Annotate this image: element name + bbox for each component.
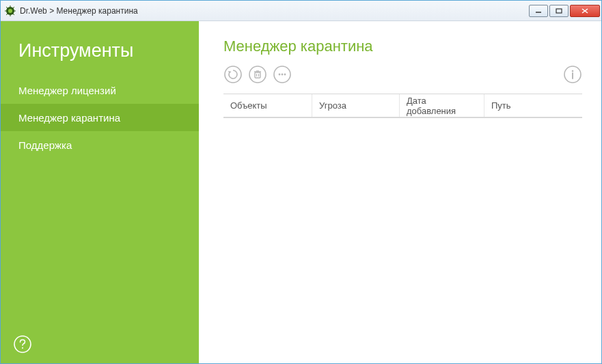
svg-line-7 <box>13 14 14 15</box>
svg-rect-19 <box>255 72 260 78</box>
col-header-label: Угроза <box>319 100 346 111</box>
col-header-objects[interactable]: Объекты <box>223 94 312 117</box>
sidebar-item-license-manager[interactable]: Менеджер лицензий <box>1 76 199 104</box>
maximize-button[interactable] <box>549 5 569 17</box>
svg-point-18 <box>249 66 266 83</box>
sidebar-item-quarantine-manager[interactable]: Менеджер карантина <box>1 104 199 131</box>
delete-button[interactable] <box>248 65 267 84</box>
col-header-threat[interactable]: Угроза <box>312 94 400 117</box>
minimize-button[interactable] <box>529 5 548 17</box>
table-header-row: Объекты Угроза Дата добавления Путь <box>223 94 582 117</box>
sidebar-item-label: Поддержка <box>18 139 72 151</box>
col-header-label: Путь <box>491 100 511 111</box>
sidebar-item-support[interactable]: Поддержка <box>1 131 199 158</box>
close-button[interactable] <box>570 5 600 17</box>
toolbar <box>223 65 582 94</box>
svg-point-27 <box>284 74 286 76</box>
app-body: Инструменты Менеджер лицензий Менеджер к… <box>1 21 601 363</box>
info-button[interactable] <box>563 65 582 84</box>
window-title: Dr.Web > Менеджер карантина <box>20 6 138 16</box>
sidebar-footer <box>1 325 199 363</box>
restore-button[interactable] <box>223 65 243 84</box>
svg-point-15 <box>22 347 23 348</box>
svg-line-9 <box>13 7 14 8</box>
app-window: Dr.Web > Менеджер карантина Инструменты … <box>0 0 602 364</box>
more-button[interactable] <box>273 65 292 84</box>
sidebar-item-label: Менеджер карантина <box>18 112 120 124</box>
main-panel: Менеджер карантина <box>199 21 601 363</box>
sidebar-title: Инструменты <box>1 36 199 76</box>
svg-point-1 <box>8 9 12 13</box>
titlebar: Dr.Web > Менеджер карантина <box>1 1 601 21</box>
svg-point-29 <box>572 70 574 72</box>
col-header-label: Дата добавления <box>407 96 477 116</box>
col-header-path[interactable]: Путь <box>484 94 582 117</box>
svg-line-8 <box>6 14 8 15</box>
svg-rect-11 <box>556 9 562 13</box>
quarantine-table: Объекты Угроза Дата добавления Путь <box>223 94 582 118</box>
col-header-label: Объекты <box>230 100 267 111</box>
sidebar-item-label: Менеджер лицензий <box>18 85 116 96</box>
svg-point-26 <box>282 74 284 76</box>
sidebar: Инструменты Менеджер лицензий Менеджер к… <box>1 21 199 363</box>
svg-line-6 <box>6 7 8 8</box>
page-title: Менеджер карантина <box>223 38 582 55</box>
svg-point-25 <box>279 74 281 76</box>
app-icon <box>5 5 16 16</box>
svg-point-16 <box>225 66 241 83</box>
help-button[interactable] <box>13 335 32 354</box>
col-header-date[interactable]: Дата добавления <box>400 94 484 117</box>
